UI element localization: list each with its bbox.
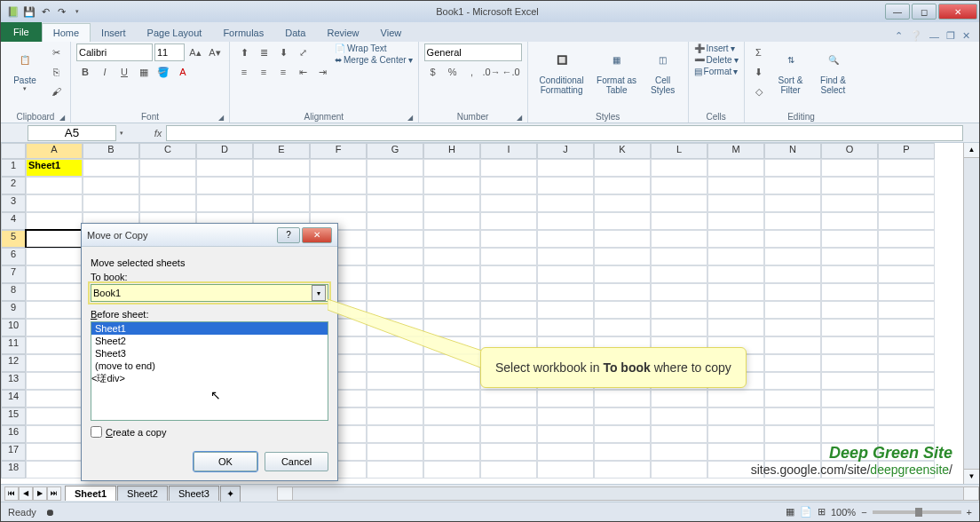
insert-cells-button[interactable]: ➕ Insert ▾	[694, 44, 735, 53]
formula-input[interactable]	[166, 125, 963, 141]
sheet-tab-2[interactable]: Sheet2	[117, 486, 168, 501]
fx-icon[interactable]: fx	[150, 128, 166, 138]
italic-button[interactable]: I	[96, 63, 114, 81]
align-top-icon[interactable]: ⬆	[235, 44, 253, 61]
cancel-button[interactable]: Cancel	[265, 452, 328, 471]
decrease-indent-icon[interactable]: ⇤	[294, 63, 312, 81]
col-header[interactable]: A	[26, 143, 83, 159]
row-header[interactable]: 18	[1, 461, 26, 478]
tab-formulas[interactable]: Formulas	[212, 24, 274, 42]
help-icon[interactable]: ❔	[910, 30, 922, 42]
col-header[interactable]: E	[253, 143, 310, 159]
list-item[interactable]: Sheet2	[91, 335, 328, 347]
row-header[interactable]: 4	[1, 212, 26, 230]
row-header[interactable]: 10	[1, 319, 26, 336]
row-header[interactable]: 13	[1, 372, 26, 390]
row-header[interactable]: 1	[1, 159, 26, 177]
find-select-button[interactable]: 🔍Find & Select	[814, 44, 853, 97]
list-item[interactable]: Sheet3	[91, 347, 328, 360]
minimize-button[interactable]: —	[885, 4, 910, 20]
tab-review[interactable]: Review	[316, 24, 369, 42]
copy-icon[interactable]: ⎘	[47, 63, 65, 81]
comma-icon[interactable]: ,	[463, 63, 481, 81]
clipboard-launcher-icon[interactable]: ◢	[59, 114, 65, 122]
first-sheet-icon[interactable]: ⏮	[4, 486, 19, 501]
workbook-minimize-icon[interactable]: —	[929, 31, 939, 42]
to-book-dropdown[interactable]: Book1 ▾	[91, 284, 328, 302]
sheet-tab-3[interactable]: Sheet3	[169, 486, 219, 501]
row-header[interactable]: 3	[1, 194, 26, 212]
row-header[interactable]: 9	[1, 301, 26, 319]
zoom-level[interactable]: 100%	[831, 507, 856, 518]
fill-color-icon[interactable]: 🪣	[154, 63, 172, 81]
col-header[interactable]: J	[537, 143, 594, 159]
sheet-tab-1[interactable]: Sheet1	[65, 486, 116, 501]
last-sheet-icon[interactable]: ⏭	[47, 486, 61, 501]
col-header[interactable]: N	[764, 143, 821, 159]
dialog-help-icon[interactable]: ?	[277, 227, 300, 243]
tab-page-layout[interactable]: Page Layout	[137, 24, 213, 42]
clear-icon[interactable]: ◇	[750, 83, 768, 100]
align-center-icon[interactable]: ≡	[255, 63, 273, 81]
bold-button[interactable]: B	[76, 63, 94, 81]
increase-indent-icon[interactable]: ⇥	[313, 63, 331, 81]
cut-icon[interactable]: ✂	[47, 44, 65, 61]
align-left-icon[interactable]: ≡	[235, 63, 253, 81]
col-header[interactable]: O	[821, 143, 878, 159]
save-icon[interactable]: 💾	[22, 4, 36, 19]
create-copy-input[interactable]	[91, 426, 102, 438]
row-header[interactable]: 16	[1, 425, 26, 443]
row-header[interactable]: 6	[1, 248, 26, 265]
dialog-close-icon[interactable]: ✕	[302, 227, 332, 243]
qat-customize-icon[interactable]: ▾	[70, 4, 84, 19]
list-item[interactable]: Sheet1	[91, 322, 328, 335]
new-sheet-icon[interactable]: ✦	[220, 486, 241, 502]
redo-icon[interactable]: ↷	[54, 4, 68, 19]
tab-file[interactable]: File	[1, 22, 42, 42]
close-button[interactable]: ✕	[938, 4, 977, 20]
workbook-close-icon[interactable]: ✕	[962, 30, 970, 42]
merge-center-button[interactable]: ⬌ Merge & Center ▾	[335, 55, 413, 65]
vertical-scrollbar[interactable]	[963, 143, 979, 484]
name-box[interactable]	[28, 125, 116, 141]
format-painter-icon[interactable]: 🖌	[47, 83, 65, 100]
increase-decimal-icon[interactable]: .0→	[483, 63, 501, 81]
decrease-decimal-icon[interactable]: ←.0	[502, 63, 520, 81]
cell-styles-button[interactable]: ◫Cell Styles	[644, 44, 683, 97]
col-header[interactable]: K	[594, 143, 651, 159]
shrink-font-icon[interactable]: A▾	[206, 44, 224, 61]
col-header[interactable]: G	[367, 143, 423, 159]
prev-sheet-icon[interactable]: ◀	[19, 486, 33, 501]
row-header[interactable]: 5	[1, 230, 26, 248]
underline-button[interactable]: U	[115, 63, 133, 81]
zoom-out-icon[interactable]: −	[861, 507, 866, 518]
list-item[interactable]: (move to end)	[91, 360, 328, 372]
row-header[interactable]: 2	[1, 177, 26, 194]
row-header[interactable]: 15	[1, 407, 26, 425]
col-header[interactable]: H	[423, 143, 480, 159]
select-all-corner[interactable]	[1, 143, 26, 159]
delete-cells-button[interactable]: ➖ Delete ▾	[694, 55, 739, 65]
col-header[interactable]: F	[310, 143, 367, 159]
page-break-view-icon[interactable]: ⊞	[818, 506, 826, 518]
autosum-icon[interactable]: Σ	[750, 44, 768, 61]
undo-icon[interactable]: ↶	[38, 4, 52, 19]
format-cells-button[interactable]: ▤ Format ▾	[694, 67, 739, 76]
alignment-launcher-icon[interactable]: ◢	[407, 114, 413, 122]
col-header[interactable]: L	[651, 143, 707, 159]
paste-button[interactable]: 📋 Paste ▾	[6, 44, 43, 94]
tab-home[interactable]: Home	[42, 23, 91, 42]
workbook-restore-icon[interactable]: ❐	[946, 30, 955, 42]
normal-view-icon[interactable]: ▦	[786, 506, 794, 518]
macro-record-icon[interactable]: ⏺	[45, 507, 55, 518]
ok-button[interactable]: OK	[194, 452, 257, 471]
tab-insert[interactable]: Insert	[91, 24, 137, 42]
border-icon[interactable]: ▦	[135, 63, 153, 81]
align-right-icon[interactable]: ≡	[274, 63, 292, 81]
col-header[interactable]: P	[878, 143, 935, 159]
before-sheet-listbox[interactable]: Sheet1 Sheet2 Sheet3 (move to end) <瑳div…	[91, 321, 328, 421]
page-layout-view-icon[interactable]: 📄	[800, 506, 812, 518]
tab-view[interactable]: View	[370, 24, 413, 42]
row-header[interactable]: 12	[1, 354, 26, 372]
grow-font-icon[interactable]: A▴	[186, 44, 204, 61]
